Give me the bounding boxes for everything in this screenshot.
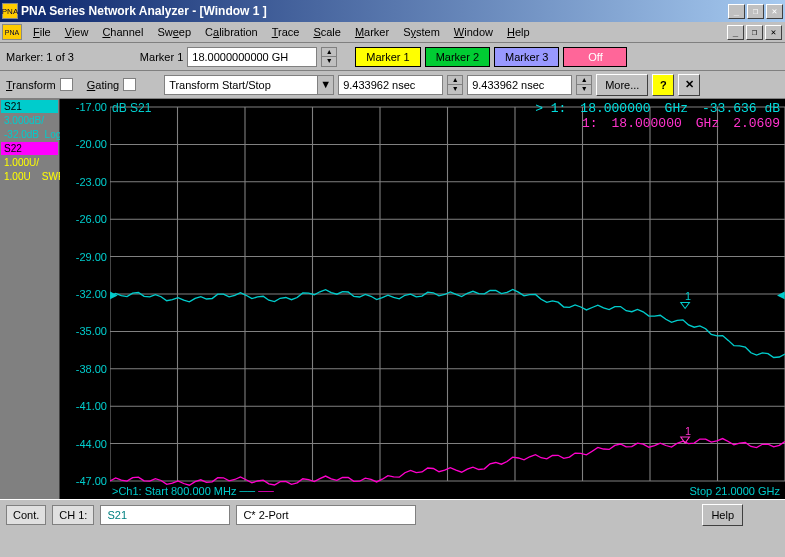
marker-1-button[interactable]: Marker 1 xyxy=(355,47,420,67)
transform-stop-spin[interactable]: ▲▼ xyxy=(576,75,592,95)
window-title: PNA Series Network Analyzer - [Window 1 … xyxy=(21,4,728,18)
marker-2-val: 2.0609 xyxy=(733,116,780,131)
marker-2-button[interactable]: Marker 2 xyxy=(425,47,490,67)
child-close-button[interactable]: ✕ xyxy=(765,25,782,40)
minimize-button[interactable]: _ xyxy=(728,4,745,19)
marker-2-unit: GHz xyxy=(696,116,719,131)
chart-unit-label: dB S21 xyxy=(112,101,151,115)
status-bar: Cont. CH 1: S21 C* 2-Port Help xyxy=(0,499,785,529)
status-trace: S21 xyxy=(100,505,230,525)
transform-label: Transform xyxy=(6,79,56,91)
status-cal: C* 2-Port xyxy=(236,505,416,525)
spin-up-icon[interactable]: ▲ xyxy=(322,48,336,57)
svg-marker-25 xyxy=(681,437,690,443)
transform-mode-select[interactable]: Transform Start/Stop ▼ xyxy=(164,75,334,95)
titlebar: PNA PNA Series Network Analyzer - [Windo… xyxy=(0,0,785,22)
marker-1-prefix: > 1: xyxy=(535,101,566,116)
marker-1-val: -33.636 dB xyxy=(702,101,780,116)
menu-channel[interactable]: Channel xyxy=(95,24,150,40)
gating-checkbox[interactable] xyxy=(123,78,136,91)
transform-checkbox[interactable] xyxy=(60,78,73,91)
dropdown-arrow-icon: ▼ xyxy=(317,76,333,94)
menu-calibration[interactable]: Calibration xyxy=(198,24,265,40)
marker-count-label: Marker: 1 of 3 xyxy=(6,51,74,63)
help-button[interactable]: ? xyxy=(652,74,674,96)
menu-file[interactable]: File xyxy=(26,24,58,40)
trace-s22-scale: 1.000U/ xyxy=(1,156,58,169)
toolbar-close-button[interactable]: ✕ xyxy=(678,74,700,96)
transform-toolbar: Transform Gating Transform Start/Stop ▼ … xyxy=(0,71,785,99)
marker-frequency-input[interactable] xyxy=(187,47,317,67)
menu-help[interactable]: Help xyxy=(500,24,537,40)
more-button[interactable]: More... xyxy=(596,74,648,96)
chart-svg: 11 xyxy=(110,99,785,499)
status-cont: Cont. xyxy=(6,505,46,525)
marker-readout: > 1: 18.000000 GHz -33.636 dB 1: 18.0000… xyxy=(535,101,780,131)
trace-s21-header[interactable]: S21 xyxy=(1,100,58,113)
stop-freq-label: Stop 21.0000 GHz xyxy=(689,485,780,497)
child-minimize-button[interactable]: _ xyxy=(727,25,744,40)
marker-2-prefix: 1: xyxy=(582,116,598,131)
menu-system[interactable]: System xyxy=(396,24,447,40)
marker-off-button[interactable]: Off xyxy=(563,47,627,67)
transform-mode-value: Transform Start/Stop xyxy=(169,79,271,91)
plot-area: S21 3.000dB/ -32.0dB LogM S22 1.000U/ 1.… xyxy=(0,99,785,499)
svg-text:1: 1 xyxy=(685,292,691,303)
close-button[interactable]: ✕ xyxy=(766,4,783,19)
marker-n-label: Marker 1 xyxy=(140,51,183,63)
menubar: PNA File View Channel Sweep Calibration … xyxy=(0,22,785,43)
svg-text:1: 1 xyxy=(685,426,691,437)
ref-arrow-right-icon: ◀ xyxy=(777,289,785,300)
marker-frequency-spin[interactable]: ▲▼ xyxy=(321,47,337,67)
marker-3-button[interactable]: Marker 3 xyxy=(494,47,559,67)
trace-s21-scale: 3.000dB/ xyxy=(1,114,58,127)
ref-arrow-left-icon: ▶ xyxy=(110,289,118,300)
marker-2-freq: 18.000000 xyxy=(612,116,682,131)
app-icon-small: PNA xyxy=(2,24,22,40)
chart[interactable]: 11 dB S21 > 1: 18.000000 GHz -33.636 dB … xyxy=(110,99,785,499)
transform-start-spin[interactable]: ▲▼ xyxy=(447,75,463,95)
trace-s22-header[interactable]: S22 xyxy=(1,142,58,155)
chart-footer: >Ch1: Start 800.000 MHz ── ── Stop 21.00… xyxy=(112,485,780,497)
status-help-button[interactable]: Help xyxy=(702,504,743,526)
transform-stop-input[interactable] xyxy=(467,75,572,95)
menu-scale[interactable]: Scale xyxy=(306,24,348,40)
status-channel: CH 1: xyxy=(52,505,94,525)
menu-window[interactable]: Window xyxy=(447,24,500,40)
trace-s21-ref: -32.0dB LogM xyxy=(1,128,58,141)
svg-marker-23 xyxy=(681,302,690,308)
marker-toolbar: Marker: 1 of 3 Marker 1 ▲▼ Marker 1 Mark… xyxy=(0,43,785,71)
app-icon: PNA xyxy=(2,3,18,19)
trace-s22-ref: 1.00U SWR xyxy=(1,170,58,183)
menu-sweep[interactable]: Sweep xyxy=(150,24,198,40)
menu-marker[interactable]: Marker xyxy=(348,24,396,40)
child-restore-button[interactable]: ❐ xyxy=(746,25,763,40)
start-freq-label: >Ch1: Start 800.000 MHz ── ── xyxy=(112,485,274,497)
marker-1-unit: GHz xyxy=(665,101,688,116)
spin-down-icon[interactable]: ▼ xyxy=(322,57,336,66)
trace-panel: S21 3.000dB/ -32.0dB LogM S22 1.000U/ 1.… xyxy=(0,99,60,499)
restore-button[interactable]: ❐ xyxy=(747,4,764,19)
transform-start-input[interactable] xyxy=(338,75,443,95)
marker-1-freq: 18.000000 xyxy=(580,101,650,116)
menu-trace[interactable]: Trace xyxy=(265,24,307,40)
gating-label: Gating xyxy=(87,79,119,91)
menu-view[interactable]: View xyxy=(58,24,96,40)
y-axis: -17.00-20.00-23.00-26.00-29.00-32.00-35.… xyxy=(60,99,110,499)
